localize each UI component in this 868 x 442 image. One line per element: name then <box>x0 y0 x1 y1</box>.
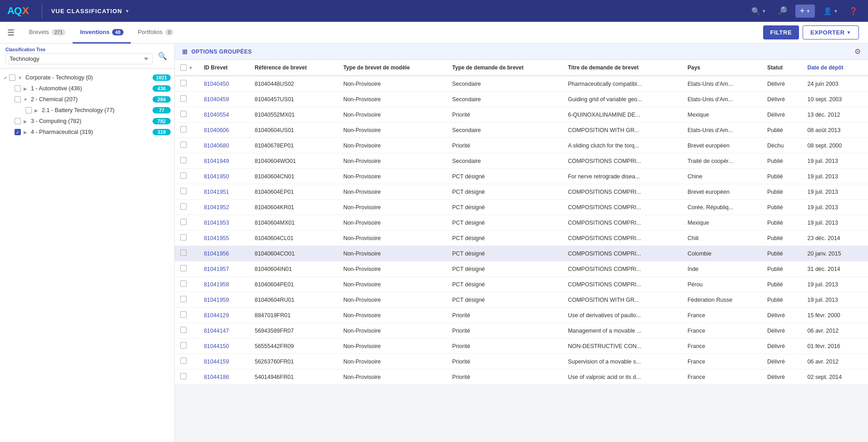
tree-checkbox[interactable] <box>25 107 32 113</box>
id-brevet-link[interactable]: 81040606 <box>204 127 229 133</box>
expand-icon[interactable]: ▼ <box>22 97 29 102</box>
table-row[interactable]: 81041951 81040604EP01 Non-Provisoire PCT… <box>175 184 868 200</box>
row-checkbox[interactable] <box>180 142 187 148</box>
row-checkbox[interactable] <box>180 219 187 225</box>
id-brevet-link[interactable]: 81041956 <box>204 250 229 257</box>
table-row[interactable]: 81041955 81040604CL01 Non-Provisoire PCT… <box>175 231 868 246</box>
expand-icon[interactable]: ▼ <box>16 75 24 80</box>
user-btn[interactable]: 👤 ▼ <box>820 5 841 17</box>
row-checkbox[interactable] <box>180 250 187 256</box>
row-checkbox[interactable] <box>180 172 187 179</box>
table-row[interactable]: 81041949 81040604WO01 Non-Provisoire Sec… <box>175 153 868 169</box>
table-row[interactable]: 81040450 81040448US02 Non-Provisoire Sec… <box>175 76 868 92</box>
tab-inventions[interactable]: Inventions 48 <box>73 22 130 44</box>
table-row[interactable]: 81040459 81040457US01 Non-Provisoire Sec… <box>175 92 868 107</box>
tree-item[interactable]: ✓▼Corporate - Technology (0)1821 <box>2 72 173 83</box>
lens-btn[interactable]: 🔎 <box>774 4 790 18</box>
row-checkbox[interactable] <box>180 296 187 302</box>
search-nav-btn[interactable]: 🔍 ▼ <box>749 5 769 17</box>
row-checkbox[interactable] <box>180 95 187 102</box>
table-row[interactable]: 81040606 81040604US01 Non-Provisoire Sec… <box>175 123 868 138</box>
expand-icon[interactable]: ▶ <box>22 86 29 91</box>
id-brevet-link[interactable]: 81041957 <box>204 266 229 272</box>
table-row[interactable]: 81041958 81040604PE01 Non-Provisoire PCT… <box>175 277 868 292</box>
id-brevet-link[interactable]: 81040450 <box>204 81 229 87</box>
id-brevet-link[interactable]: 81044159 <box>204 359 229 365</box>
table-row[interactable]: 81040680 81040678EP01 Non-Provisoire Pri… <box>175 138 868 153</box>
th-type-demande[interactable]: Type de demande de brevet <box>447 60 562 76</box>
table-row[interactable]: 81044150 56555442FR09 Non-Provisoire Pri… <box>175 339 868 354</box>
tree-checkbox[interactable]: ✓ <box>15 129 21 135</box>
tree-checkbox[interactable] <box>9 74 15 81</box>
tree-item[interactable]: ▶2.1 - Battery Technology (77)77 <box>2 105 173 116</box>
tree-checkbox[interactable] <box>15 118 21 124</box>
table-row[interactable]: 81041953 81040604MX01 Non-Provisoire PCT… <box>175 215 868 231</box>
id-brevet-link[interactable]: 81041951 <box>204 189 229 195</box>
tree-item[interactable]: ▶3 - Computing (782)782 <box>2 116 173 127</box>
expand-icon[interactable]: ▶ <box>33 108 40 113</box>
id-brevet-link[interactable]: 81041950 <box>204 173 229 180</box>
th-reference[interactable]: Référence de brevet <box>249 60 338 76</box>
table-row[interactable]: 81041959 81040604RU01 Non-Provisoire PCT… <box>175 292 868 308</box>
row-checkbox[interactable] <box>180 311 187 318</box>
tree-checkbox[interactable] <box>15 85 21 92</box>
id-brevet-link[interactable]: 81044129 <box>204 312 229 319</box>
th-titre-demande[interactable]: Titre de demande de brevet <box>562 60 682 76</box>
table-row[interactable]: 81041950 81040604CN01 Non-Provisoire PCT… <box>175 169 868 184</box>
id-brevet-link[interactable]: 81041958 <box>204 281 229 288</box>
id-brevet-link[interactable]: 81040459 <box>204 96 229 103</box>
th-statut[interactable]: Statut <box>762 60 802 76</box>
id-brevet-link[interactable]: 81044150 <box>204 343 229 349</box>
id-brevet-link[interactable]: 81041953 <box>204 220 229 226</box>
id-brevet-link[interactable]: 81041955 <box>204 235 229 241</box>
row-checkbox[interactable] <box>180 157 187 163</box>
id-brevet-link[interactable]: 81044147 <box>204 328 229 334</box>
tree-item[interactable]: ✓▶4 - Pharmaceutical (319)319 <box>2 127 173 138</box>
id-brevet-link[interactable]: 81041959 <box>204 297 229 303</box>
tab-brevets[interactable]: Brevets 271 <box>22 22 73 44</box>
id-brevet-link[interactable]: 81044186 <box>204 374 229 380</box>
tree-item[interactable]: ▼2 - Chemical (207)284 <box>2 94 173 105</box>
th-type-modele[interactable]: Type de brevet de modèle <box>338 60 447 76</box>
row-checkbox[interactable] <box>180 234 187 241</box>
th-id-brevet[interactable]: ID Brevet <box>198 60 249 76</box>
th-pays[interactable]: Pays <box>682 60 762 76</box>
row-checkbox[interactable] <box>180 126 187 133</box>
row-checkbox[interactable] <box>180 327 187 333</box>
table-row[interactable]: 81040554 81040552MX01 Non-Provisoire Pri… <box>175 107 868 123</box>
id-brevet-link[interactable]: 81041949 <box>204 158 229 164</box>
th-check-chevron[interactable]: ▼ <box>188 65 193 70</box>
row-checkbox[interactable] <box>180 265 187 271</box>
id-brevet-link[interactable]: 81041952 <box>204 204 229 211</box>
hamburger-btn[interactable]: ☰ <box>7 22 15 43</box>
th-date-depot[interactable]: Date de dépôt <box>802 60 868 76</box>
id-brevet-link[interactable]: 81040554 <box>204 112 229 118</box>
table-container[interactable]: ▼ ID Brevet Référence de brevet Type de … <box>175 60 868 442</box>
table-row[interactable]: 81041956 81040604CO01 Non-Provisoire PCT… <box>175 246 868 261</box>
row-checkbox[interactable] <box>180 80 187 86</box>
table-row[interactable]: 81041957 81040604IN01 Non-Provisoire PCT… <box>175 261 868 277</box>
row-checkbox[interactable] <box>180 203 187 210</box>
expand-all-icon[interactable]: ✓ <box>4 75 7 80</box>
table-row[interactable]: 81044129 8847019FR01 Non-Provisoire Prio… <box>175 308 868 323</box>
gear-icon[interactable]: ⚙ <box>854 47 861 56</box>
row-checkbox[interactable] <box>180 358 187 364</box>
table-row[interactable]: 81044186 54014946FR01 Non-Provisoire Pri… <box>175 369 868 385</box>
nav-title[interactable]: VUE CLASSIFICATION ▼ <box>51 8 130 15</box>
add-btn[interactable]: + ▼ <box>795 5 815 18</box>
row-checkbox[interactable] <box>180 188 187 194</box>
tab-portfolios[interactable]: Portfolios 0 <box>131 22 181 44</box>
sidebar-search-btn[interactable]: 🔍 <box>156 50 169 62</box>
tree-select[interactable]: Technology <box>5 53 153 64</box>
id-brevet-link[interactable]: 81040680 <box>204 142 229 149</box>
table-row[interactable]: 81044147 56943589FR07 Non-Provisoire Pri… <box>175 323 868 339</box>
row-checkbox[interactable] <box>180 373 187 379</box>
tree-item[interactable]: ▶1 - Automotive (436)436 <box>2 83 173 94</box>
expand-icon[interactable]: ▶ <box>22 119 29 124</box>
expand-icon[interactable]: ▶ <box>22 130 29 135</box>
row-checkbox[interactable] <box>180 111 187 117</box>
table-row[interactable]: 81044159 56263760FR01 Non-Provisoire Pri… <box>175 354 868 369</box>
header-checkbox[interactable] <box>180 64 187 71</box>
help-btn[interactable]: ❓ <box>846 5 861 17</box>
row-checkbox[interactable] <box>180 342 187 349</box>
